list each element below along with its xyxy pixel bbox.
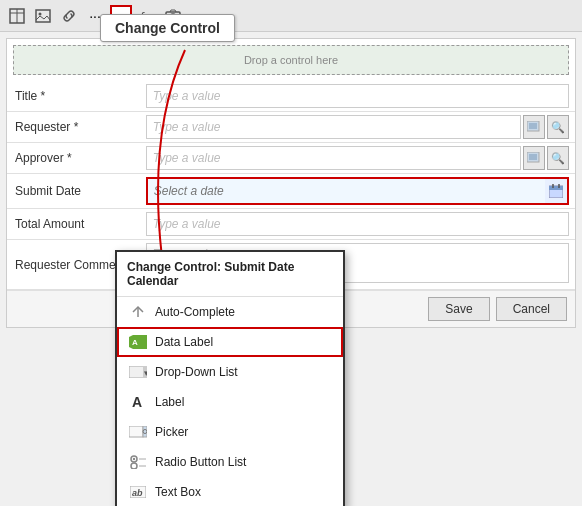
svg-rect-12	[529, 123, 537, 129]
input-title[interactable]	[146, 84, 569, 108]
drop-hint: Drop a control here	[13, 45, 569, 75]
autocomplete-label: Auto-Complete	[155, 305, 235, 319]
label-submit-date: Submit Date	[7, 174, 140, 209]
svg-point-5	[39, 12, 42, 15]
field-total-amount: Total Amount	[7, 209, 575, 240]
input-submit-date[interactable]	[148, 179, 545, 203]
approver-picker-btn1[interactable]	[523, 146, 545, 170]
dropdown-item-text-box[interactable]: ab Text Box	[117, 477, 343, 506]
tooltip-bubble: Change Control	[100, 14, 235, 42]
label-approver: Approver *	[7, 143, 140, 174]
dropdown-list-label: Drop-Down List	[155, 365, 238, 379]
dropdown-item-label[interactable]: A Label	[117, 387, 343, 417]
svg-rect-26	[129, 426, 143, 437]
svg-rect-4	[36, 10, 50, 22]
input-cell-title	[140, 81, 575, 112]
requester-picker-btn1[interactable]	[523, 115, 545, 139]
requester-picker-btn2[interactable]: 🔍	[547, 115, 569, 139]
svg-rect-27	[143, 426, 147, 437]
dropdown-panel: Change Control: Submit Date Calendar Aut…	[115, 250, 345, 506]
calendar-btn[interactable]	[545, 179, 567, 203]
svg-text:▾: ▾	[144, 368, 147, 378]
svg-rect-16	[549, 186, 563, 190]
label-label: Label	[155, 395, 184, 409]
text-box-label: Text Box	[155, 485, 201, 499]
input-cell-total-amount	[140, 209, 575, 240]
data-label-label: Data Label	[155, 335, 213, 349]
dropdown-item-dropdown-list[interactable]: ▾ Drop-Down List	[117, 357, 343, 387]
input-requester[interactable]	[146, 115, 521, 139]
field-approver: Approver * 🔍	[7, 143, 575, 174]
svg-rect-14	[529, 154, 537, 160]
dropdown-item-autocomplete[interactable]: Auto-Complete	[117, 297, 343, 327]
picker-label: Picker	[155, 425, 188, 439]
svg-text:ab: ab	[132, 488, 143, 498]
label-requester: Requester *	[7, 112, 140, 143]
svg-text:A: A	[132, 338, 138, 347]
autocomplete-icon	[129, 304, 147, 320]
field-submit-date: Submit Date	[7, 174, 575, 209]
input-cell-approver: 🔍	[140, 143, 575, 174]
radio-button-list-label: Radio Button List	[155, 455, 246, 469]
input-cell-requester: 🔍	[140, 112, 575, 143]
label-total-amount: Total Amount	[7, 209, 140, 240]
toolbar-icon-image[interactable]	[32, 5, 54, 27]
date-input-wrap	[146, 177, 569, 205]
field-requester: Requester * 🔍	[7, 112, 575, 143]
toolbar-icon-table[interactable]	[6, 5, 28, 27]
toolbar-icon-link[interactable]	[58, 5, 80, 27]
dropdown-item-radio-button-list[interactable]: Radio Button List	[117, 447, 343, 477]
field-title: Title *	[7, 81, 575, 112]
input-total-amount[interactable]	[146, 212, 569, 236]
cancel-button[interactable]: Cancel	[496, 297, 567, 321]
svg-point-30	[133, 458, 135, 460]
picker-icon	[129, 424, 147, 440]
svg-text:A: A	[132, 395, 142, 409]
dropdown-item-picker[interactable]: Picker	[117, 417, 343, 447]
dropdown-list-icon: ▾	[129, 364, 147, 380]
label-title: Title *	[7, 81, 140, 112]
radio-button-icon	[129, 454, 147, 470]
dropdown-item-data-label[interactable]: A Data Label	[117, 327, 343, 357]
input-approver[interactable]	[146, 146, 521, 170]
text-box-icon: ab	[129, 484, 147, 500]
data-label-icon: A	[129, 334, 147, 350]
label-icon: A	[129, 394, 147, 410]
approver-picker-btn2[interactable]: 🔍	[547, 146, 569, 170]
toolbar: ··· x fx	[0, 0, 582, 32]
save-button[interactable]: Save	[428, 297, 489, 321]
tooltip-text: Change Control	[115, 20, 220, 36]
svg-point-31	[131, 463, 137, 469]
input-cell-submit-date	[140, 174, 575, 209]
dropdown-title: Change Control: Submit Date Calendar	[117, 252, 343, 297]
